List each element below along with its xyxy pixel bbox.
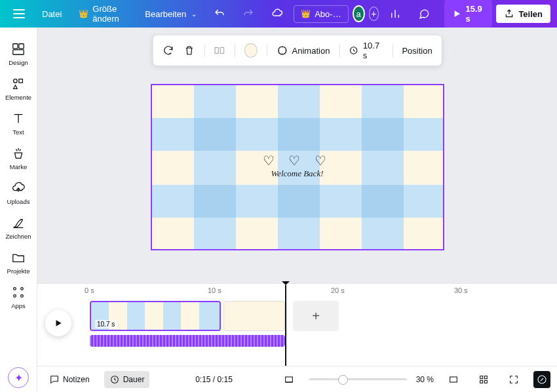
video-clip-1[interactable]: 10.7 s — [90, 301, 221, 331]
share-button[interactable]: Teilen — [496, 5, 550, 23]
page-timing-button[interactable]: 10.7 s — [349, 41, 383, 60]
sidebar-item-design[interactable]: Design — [0, 37, 37, 71]
svg-rect-2 — [13, 50, 24, 54]
add-clip-button[interactable]: + — [293, 301, 339, 331]
welcome-text: Welcome Back! — [152, 168, 443, 178]
svg-point-5 — [14, 288, 16, 290]
avatar[interactable]: a — [353, 5, 365, 22]
comment-button[interactable] — [412, 4, 436, 24]
fit-button[interactable] — [443, 371, 464, 388]
position-button[interactable]: Position — [402, 46, 432, 56]
timeline-ruler[interactable]: 0 s 10 s 20 s 30 s — [37, 284, 557, 300]
app-header: Datei 👑Größe ändern Bearbeiten⌄ 👑Abo-… a… — [0, 0, 557, 28]
zoom-label: 30 % — [416, 375, 434, 384]
play-duration-button[interactable]: 15.9 s — [444, 0, 492, 28]
main-area: Animation 10.7 s Position ♡ ♡ ♡ Welcome … — [37, 28, 557, 392]
sidebar-item-brand[interactable]: Marke — [0, 141, 37, 176]
svg-rect-9 — [215, 48, 218, 54]
animation-button[interactable]: Animation — [277, 45, 330, 56]
sidebar-item-projects[interactable]: Projekte — [0, 245, 37, 280]
svg-rect-0 — [13, 44, 18, 49]
canvas-content: ♡ ♡ ♡ Welcome Back! — [152, 152, 443, 178]
playhead[interactable] — [285, 285, 286, 372]
file-menu[interactable]: Datei — [35, 5, 68, 23]
play-button[interactable] — [45, 310, 71, 336]
context-toolbar: Animation 10.7 s Position — [153, 35, 441, 66]
sidebar-item-elements[interactable]: Elemente — [0, 71, 37, 106]
resize-button[interactable]: 👑Größe ändern — [72, 0, 130, 28]
grid-view-button[interactable] — [473, 371, 494, 388]
svg-rect-10 — [221, 48, 224, 54]
svg-rect-1 — [19, 44, 24, 49]
sidebar-item-apps[interactable]: Apps — [0, 280, 37, 315]
split-button[interactable] — [214, 45, 225, 56]
svg-point-11 — [278, 47, 286, 54]
background-color-chip[interactable] — [244, 43, 258, 58]
sidebar: Design Elemente Text Marke Uploads Zeich… — [0, 28, 37, 392]
svg-rect-4 — [19, 79, 22, 83]
svg-rect-16 — [480, 376, 483, 378]
hamburger-menu[interactable] — [7, 5, 31, 22]
svg-rect-19 — [484, 380, 487, 383]
clip-duration-label: 10.7 s — [95, 320, 117, 328]
help-button[interactable] — [533, 371, 550, 388]
add-member-button[interactable]: + — [369, 7, 379, 21]
notes-button[interactable]: Notizen — [44, 371, 95, 388]
svg-rect-15 — [450, 377, 457, 382]
fullscreen-button[interactable] — [503, 371, 524, 388]
rotate-button[interactable] — [162, 45, 174, 56]
video-clip-2[interactable] — [223, 301, 285, 331]
playhead-time-label: 0:15 / 0:15 — [195, 375, 233, 384]
svg-rect-18 — [480, 380, 483, 383]
timeline: 0 s 10 s 20 s 30 s 10.7 s + Notizen Daue… — [37, 283, 557, 392]
undo-button[interactable] — [207, 4, 232, 24]
pages-view-button[interactable] — [278, 371, 299, 388]
canvas[interactable]: ♡ ♡ ♡ Welcome Back! — [151, 84, 444, 250]
upgrade-button[interactable]: 👑Abo-… — [294, 5, 348, 23]
svg-point-6 — [21, 288, 24, 290]
crown-icon: 👑 — [301, 9, 311, 18]
zoom-slider[interactable] — [309, 378, 407, 380]
sidebar-item-draw[interactable]: Zeichnen — [0, 210, 37, 245]
magic-button[interactable]: ✦ — [8, 367, 29, 388]
sidebar-item-text[interactable]: Text — [0, 106, 37, 141]
sidebar-item-uploads[interactable]: Uploads — [0, 176, 37, 210]
svg-rect-14 — [285, 377, 292, 382]
duration-toggle[interactable]: Dauer — [104, 371, 150, 388]
audio-track[interactable] — [90, 335, 285, 347]
svg-point-3 — [14, 79, 18, 83]
bottom-bar: Notizen Dauer 0:15 / 0:15 30 % — [37, 366, 557, 392]
edit-menu[interactable]: Bearbeiten⌄ — [134, 5, 203, 23]
hearts-icon: ♡ ♡ ♡ — [152, 152, 443, 168]
chevron-down-icon: ⌄ — [191, 10, 197, 18]
analytics-button[interactable] — [383, 4, 408, 24]
svg-point-7 — [14, 295, 16, 298]
track-area: 10.7 s + — [37, 300, 557, 365]
svg-point-8 — [21, 295, 24, 298]
delete-button[interactable] — [183, 45, 195, 56]
redo-button[interactable] — [236, 4, 261, 24]
canvas-area: ♡ ♡ ♡ Welcome Back! — [37, 28, 557, 283]
crown-icon: 👑 — [79, 9, 88, 18]
svg-rect-17 — [484, 376, 487, 378]
cloud-sync-icon[interactable] — [265, 4, 290, 24]
